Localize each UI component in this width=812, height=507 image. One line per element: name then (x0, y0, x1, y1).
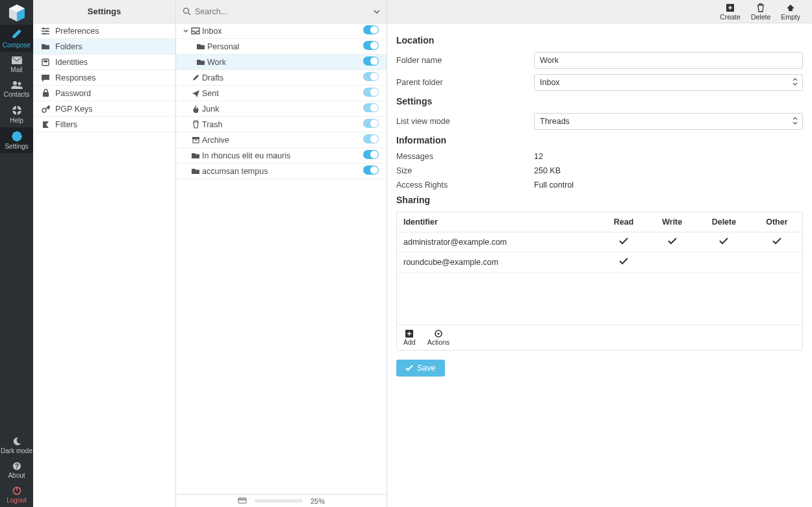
svg-rect-3 (12, 56, 22, 64)
folder-name: Trash (202, 120, 363, 129)
parent-folder-label: Parent folder (396, 78, 534, 87)
folder-item[interactable]: Trash (176, 117, 387, 132)
archive-icon (189, 136, 202, 143)
folder-search (176, 0, 387, 23)
settings-item-identities[interactable]: Identities (33, 55, 175, 70)
folder-subscribe-toggle[interactable] (363, 56, 380, 68)
svg-point-15 (44, 32, 45, 34)
col-read: Read (600, 212, 648, 232)
empty-folder-button[interactable]: Empty (781, 3, 800, 21)
location-heading: Location (396, 35, 803, 45)
settings-item-label: Preferences (55, 27, 99, 36)
folder-expand-toggle[interactable] (183, 29, 189, 34)
settings-item-responses[interactable]: Responses (33, 70, 175, 86)
task-darkmode[interactable]: Dark mode (0, 433, 33, 458)
check-icon (405, 365, 413, 371)
folder-item[interactable]: Junk (176, 101, 387, 117)
settings-item-password[interactable]: Password (33, 86, 175, 101)
folder-subscribe-toggle[interactable] (363, 166, 380, 177)
settings-item-pgp-keys[interactable]: PGP Keys (33, 101, 175, 117)
perm-read (600, 232, 648, 253)
folder-item[interactable]: Sent (176, 86, 387, 101)
quota-bar (255, 499, 303, 502)
folder-name: Archive (202, 136, 363, 145)
folder-subscribe-toggle[interactable] (363, 41, 380, 52)
sharing-row[interactable]: roundcube@example.com (397, 253, 802, 273)
task-mail[interactable]: Mail (0, 52, 33, 77)
settings-item-folders[interactable]: Folders (33, 39, 175, 55)
folder-search-input[interactable] (195, 7, 374, 16)
search-options-toggle[interactable] (374, 9, 380, 14)
svg-point-7 (15, 108, 19, 112)
settings-item-icon (40, 105, 51, 113)
perm-delete (696, 253, 751, 273)
settings-item-label: Identities (55, 58, 88, 67)
folder-name: accumsan tempus (202, 167, 363, 176)
settings-item-icon (40, 89, 51, 97)
perm-other (752, 232, 802, 253)
folder-subscribe-toggle[interactable] (363, 150, 380, 161)
settings-item-preferences[interactable]: Preferences (33, 23, 175, 39)
col-delete: Delete (696, 212, 751, 232)
create-folder-button[interactable]: Create (720, 3, 741, 21)
task-logout-label: Logout (6, 497, 27, 504)
folder-item[interactable]: Work (176, 55, 387, 70)
sharing-heading: Sharing (396, 195, 803, 205)
settings-item-icon (40, 121, 51, 129)
folder-item[interactable]: In rhoncus elit eu mauris (176, 148, 387, 164)
folder-subscribe-toggle[interactable] (363, 134, 380, 145)
folder-subscribe-toggle[interactable] (363, 103, 380, 114)
settings-item-filters[interactable]: Filters (33, 117, 175, 132)
folder-icon (194, 43, 207, 50)
quota-percent: 25% (311, 497, 325, 505)
parent-folder-select[interactable]: Inbox (534, 74, 803, 91)
folder-name-input[interactable] (534, 52, 803, 69)
svg-point-4 (13, 81, 17, 85)
sharing-identifier: administrator@example.com (397, 232, 600, 253)
folder-item[interactable]: accumsan tempus (176, 164, 387, 179)
settings-item-label: Filters (55, 120, 77, 129)
task-compose[interactable]: Compose (0, 25, 33, 52)
folder-item[interactable]: Personal (176, 39, 387, 55)
folder-subscribe-toggle[interactable] (363, 72, 380, 83)
perm-read (600, 253, 648, 273)
save-button[interactable]: Save (396, 360, 445, 377)
task-help[interactable]: Help (0, 101, 33, 127)
task-compose-label: Compose (3, 42, 31, 49)
folder-subscribe-toggle[interactable] (363, 25, 380, 36)
sharing-actions-button[interactable]: Actions (427, 329, 450, 346)
task-settings[interactable]: Settings (0, 127, 33, 153)
sharing-table: Identifier Read Write Delete Other admin… (396, 212, 803, 351)
sharing-add-button[interactable]: Add (403, 329, 416, 346)
col-identifier: Identifier (397, 212, 600, 232)
settings-heading: Settings (396, 96, 803, 106)
trash-icon (189, 120, 202, 129)
folder-name: Personal (207, 42, 363, 51)
task-logout[interactable]: Logout (0, 482, 33, 507)
svg-text:?: ? (14, 463, 18, 470)
folder-subscribe-toggle[interactable] (363, 119, 380, 130)
task-contacts[interactable]: Contacts (0, 77, 33, 101)
size-value: 250 KB (534, 166, 803, 175)
messages-label: Messages (396, 152, 534, 161)
gear-icon (435, 329, 442, 338)
svg-point-13 (43, 27, 45, 29)
delete-folder-button[interactable]: Delete (751, 3, 770, 21)
folder-name: Junk (202, 105, 363, 114)
view-mode-select[interactable]: Threads (534, 113, 803, 130)
search-icon (183, 7, 191, 16)
svg-rect-18 (43, 92, 49, 97)
task-menu: Compose Mail Contacts Help Settings Dark… (0, 0, 33, 507)
task-settings-label: Settings (5, 143, 28, 150)
svg-rect-17 (44, 60, 47, 62)
folder-name: Work (207, 58, 363, 67)
folder-item[interactable]: Drafts (176, 70, 387, 86)
folder-subscribe-toggle[interactable] (363, 88, 380, 99)
size-label: Size (396, 166, 534, 175)
svg-point-20 (184, 8, 189, 14)
sharing-row[interactable]: administrator@example.com (397, 232, 802, 253)
rights-label: Access Rights (396, 180, 534, 190)
folder-item[interactable]: Inbox (176, 23, 387, 39)
task-about[interactable]: ? About (0, 458, 33, 482)
folder-item[interactable]: Archive (176, 132, 387, 148)
